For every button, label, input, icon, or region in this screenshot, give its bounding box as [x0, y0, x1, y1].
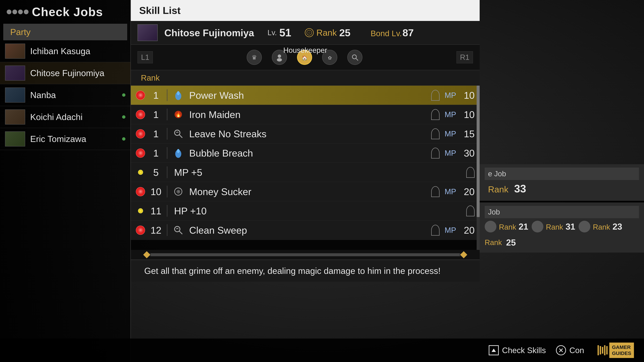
left-tab-button[interactable]: L1	[138, 51, 153, 63]
check-skills-label: Check Skills	[502, 346, 546, 355]
rank-icon: ☆	[305, 28, 314, 37]
unlock-icon-leave-no-streaks	[136, 129, 145, 138]
divider-3	[167, 128, 167, 140]
right-panel: e Job Rank 33 Job Rank 21 Rank 31	[480, 164, 644, 253]
party-member-koichi[interactable]: Koichi Adachi	[0, 106, 130, 128]
svg-text:⊕: ⊕	[176, 189, 180, 194]
unlock-icon-iron-maiden	[136, 110, 145, 119]
yellow-dot-mp5	[138, 170, 143, 175]
current-job-rank-value: 33	[514, 183, 526, 195]
char-rank-container: ☆ Rank 25	[305, 27, 350, 38]
party-member-eric[interactable]: Eric Tomizawa	[0, 128, 130, 150]
member-name-koichi: Koichi Adachi	[30, 112, 82, 122]
job-icons-row: L1 Housekeeper ♛ 🏠 ✿ R1	[131, 45, 480, 70]
rank-value-2: 31	[566, 222, 575, 231]
svg-point-5	[277, 58, 282, 61]
skill-row-leave-no-streaks[interactable]: 1 Leave No Streaks MP 15	[131, 124, 480, 143]
dot-nanba	[122, 93, 126, 97]
skill-name-mp5: MP +5	[172, 167, 461, 178]
job-icon-search[interactable]	[347, 50, 362, 65]
avatar-img-eric	[5, 132, 25, 146]
divider-2	[167, 109, 167, 120]
check-skills-button[interactable]: Check Skills	[489, 345, 546, 355]
skill-icon-bubble-breach	[172, 147, 184, 159]
skill-row-hp10[interactable]: 11 HP +10	[131, 201, 480, 221]
unlock-icon-power-wash	[136, 91, 145, 100]
scroll-bar[interactable]	[477, 86, 480, 250]
member-name-eric: Eric Tomizawa	[30, 134, 86, 144]
svg-marker-22	[492, 349, 496, 352]
skill-name-hp10: HP +10	[172, 205, 461, 217]
avatar-ichiban	[5, 43, 25, 59]
mastery-icon-1	[431, 90, 440, 101]
avatar-img-koichi	[5, 110, 25, 124]
job-icon-crown[interactable]: ♛	[247, 50, 262, 65]
skill-row-clean-sweep[interactable]: 12 Clean Sweep MP 20	[131, 221, 480, 240]
svg-point-8	[352, 55, 356, 59]
skill-row-mp5[interactable]: 5 MP +5	[131, 163, 480, 182]
divider-5	[167, 166, 167, 178]
svg-text:🏠: 🏠	[302, 55, 308, 61]
skill-rank-clean-sweep: 12	[150, 225, 162, 236]
skill-name-power-wash: Power Wash	[189, 90, 426, 101]
rank-label: Rank	[316, 28, 337, 38]
passive-indicator-mp5	[136, 168, 145, 177]
svg-line-15	[179, 135, 182, 138]
avatar-koichi	[5, 109, 25, 124]
skill-row-bubble-breach[interactable]: 1 Bubble Breach MP 30	[131, 143, 480, 163]
skill-name-iron-maiden: Iron Maiden	[189, 109, 426, 120]
current-job-label: e Job	[485, 168, 639, 180]
rank-column-header: Rank	[131, 70, 480, 86]
rank-value-1: 21	[518, 222, 528, 231]
skill-name-money-sucker: Money Sucker	[189, 186, 426, 197]
mastery-icon-5	[466, 167, 474, 178]
main-content: Skill List Chitose Fujinomiya Lv. 51 ☆ R…	[131, 0, 480, 261]
skill-row-iron-maiden[interactable]: 1 🔥 Iron Maiden MP 10	[131, 105, 480, 124]
h-scroll-container	[131, 250, 480, 260]
avatar-img-ichiban	[5, 44, 25, 58]
scroll-thumb	[477, 86, 480, 217]
other-jobs-row: Rank 21 Rank 31 Rank 23	[485, 221, 639, 232]
skill-rank-power-wash: 1	[150, 90, 162, 101]
svg-point-14	[174, 130, 180, 135]
mp-value-6: 20	[461, 186, 474, 197]
watermark-line1: GAMER	[612, 344, 631, 350]
triangle-icon	[489, 345, 499, 355]
skill-icon-clean-sweep	[172, 224, 184, 236]
skill-rank-money-sucker: 10	[150, 186, 162, 197]
skill-row-power-wash[interactable]: 1 Power Wash MP 10	[131, 86, 480, 105]
bottom-rank-value: 25	[506, 238, 516, 248]
current-job-rank-label: Rank	[488, 185, 508, 194]
skill-row-money-sucker[interactable]: 10 ⊕ Money Sucker MP 20	[131, 182, 480, 201]
svg-point-4	[278, 54, 281, 58]
page-title: Check Jobs	[32, 5, 103, 19]
skill-icon-money-sucker: ⊕	[172, 186, 184, 197]
con-button[interactable]: Con	[556, 345, 584, 355]
mp-value-2: 10	[461, 109, 474, 120]
sidebar: Check Jobs Party Ichiban Kasuga Chitose …	[0, 0, 131, 362]
party-member-chitose[interactable]: Chitose Fujinomiya	[0, 62, 130, 84]
current-job-rank: Rank 33	[485, 180, 639, 197]
mp-value-8: 20	[461, 225, 474, 236]
rank-label-3: Rank	[593, 223, 610, 231]
member-name-ichiban: Ichiban Kasuga	[30, 46, 90, 56]
skill-icon-leave-no-streaks	[172, 128, 184, 140]
watermark: GAMER GUIDES	[598, 343, 634, 358]
divider-6	[167, 186, 167, 197]
yellow-dot-hp10	[138, 208, 143, 213]
svg-text:✿: ✿	[328, 55, 332, 60]
other-job-rank-1: Rank 21	[499, 222, 528, 232]
right-tab-button[interactable]: R1	[456, 51, 473, 63]
mastery-icon-8	[431, 225, 440, 236]
header-bar: Check Jobs	[0, 0, 130, 24]
avatar-chitose	[5, 65, 25, 81]
circle-icon	[556, 345, 566, 355]
header-icon-2	[12, 9, 17, 14]
mp-value-3: 15	[461, 128, 474, 139]
mastery-icon-4	[431, 148, 440, 159]
other-jobs-panel: Job Rank 21 Rank 31 Rank	[480, 202, 644, 253]
skill-name-bubble-breach: Bubble Breach	[189, 147, 426, 159]
party-member-nanba[interactable]: Nanba	[0, 84, 130, 106]
mastery-icon-3	[431, 128, 440, 139]
party-member-ichiban[interactable]: Ichiban Kasuga	[0, 40, 130, 62]
